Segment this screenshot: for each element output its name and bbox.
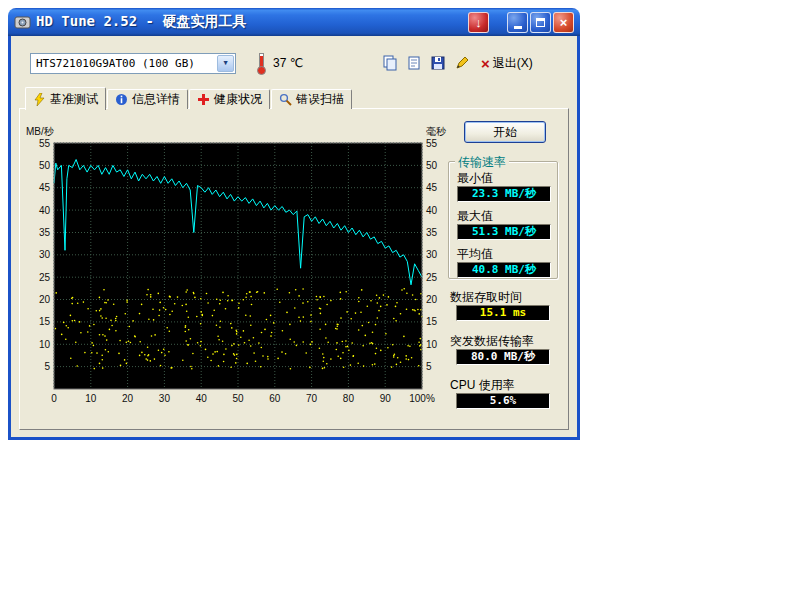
svg-text:70: 70	[306, 393, 318, 404]
access-time-value-box: 15.1 ms	[456, 305, 550, 321]
svg-text:25: 25	[426, 272, 438, 283]
svg-text:20: 20	[39, 294, 51, 305]
svg-text:15: 15	[39, 316, 51, 327]
svg-text:60: 60	[269, 393, 281, 404]
tab-error-scan[interactable]: 错误扫描	[271, 89, 352, 109]
svg-text:25: 25	[39, 272, 51, 283]
minimize-button[interactable]	[507, 12, 528, 33]
avg-label: 平均值	[457, 246, 493, 263]
svg-text:20: 20	[122, 393, 134, 404]
min-value-box: 23.3 MB/秒	[457, 186, 551, 202]
drive-select[interactable]: HTS721010G9AT00 (100 GB) ▼	[30, 53, 236, 74]
svg-text:40: 40	[196, 393, 208, 404]
svg-text:50: 50	[39, 160, 51, 171]
min-label: 最小值	[457, 170, 493, 187]
svg-text:10: 10	[426, 339, 438, 350]
tab-benchmark[interactable]: 基准测试	[25, 87, 106, 110]
maximize-button[interactable]	[530, 12, 551, 33]
close-button[interactable]: ×	[553, 12, 574, 33]
tab-error-scan-label: 错误扫描	[296, 91, 344, 108]
health-icon	[197, 93, 210, 106]
svg-text:40: 40	[426, 205, 438, 216]
tab-health-label: 健康状况	[214, 91, 262, 108]
max-value-box: 51.3 MB/秒	[457, 224, 551, 240]
tab-info-label: 信息详情	[132, 91, 180, 108]
benchmark-chart: 5555505045454040353530302525202015151010…	[24, 123, 448, 419]
svg-text:50: 50	[232, 393, 244, 404]
combo-arrow-icon[interactable]: ▼	[217, 55, 234, 72]
window-title: HD Tune 2.52 - 硬盘实用工具	[36, 13, 246, 31]
svg-text:35: 35	[39, 227, 51, 238]
svg-text:80: 80	[343, 393, 355, 404]
options-icon	[454, 55, 470, 71]
svg-text:45: 45	[426, 182, 438, 193]
svg-text:5: 5	[44, 361, 50, 372]
svg-text:100%: 100%	[409, 393, 435, 404]
benchmark-panel: 5555505045454040353530302525202015151010…	[19, 108, 569, 430]
svg-text:5: 5	[426, 361, 432, 372]
minimize-icon	[514, 26, 522, 29]
info-icon	[115, 93, 128, 106]
transfer-rate-group: 传输速率 最小值 23.3 MB/秒 最大值 51.3 MB/秒 平均值 40.…	[448, 161, 558, 279]
download-arrow-button[interactable]: ↓	[468, 12, 489, 33]
maximize-icon	[536, 18, 545, 27]
max-label: 最大值	[457, 208, 493, 225]
svg-text:50: 50	[426, 160, 438, 171]
copy-image-button[interactable]	[379, 52, 401, 74]
transfer-rate-legend: 传输速率	[455, 154, 509, 171]
svg-text:90: 90	[380, 393, 392, 404]
svg-text:毫秒: 毫秒	[426, 126, 447, 137]
tab-info[interactable]: 信息详情	[107, 89, 188, 109]
drive-select-value: HTS721010G9AT00 (100 GB)	[36, 57, 195, 70]
copy-text-icon	[406, 55, 422, 71]
svg-text:20: 20	[426, 294, 438, 305]
copy-image-icon	[382, 55, 398, 71]
svg-text:0: 0	[51, 393, 57, 404]
cpu-usage-value-box: 5.6%	[456, 393, 550, 409]
svg-text:MB/秒: MB/秒	[26, 126, 55, 137]
svg-text:15: 15	[426, 316, 438, 327]
svg-text:35: 35	[426, 227, 438, 238]
save-button[interactable]	[427, 52, 449, 74]
svg-text:55: 55	[426, 138, 438, 149]
svg-text:30: 30	[159, 393, 171, 404]
app-icon[interactable]	[14, 15, 31, 30]
exit-icon: ×	[481, 56, 490, 71]
results-panel: 开始 传输速率 最小值 23.3 MB/秒 最大值 51.3 MB/秒 平均值 …	[448, 117, 562, 423]
tab-benchmark-label: 基准测试	[50, 91, 98, 108]
svg-text:10: 10	[39, 339, 51, 350]
scan-icon	[279, 93, 292, 106]
copy-text-button[interactable]	[403, 52, 425, 74]
benchmark-icon	[33, 93, 46, 106]
app-window: HD Tune 2.52 - 硬盘实用工具 ↓ × HTS721010G9AT0…	[8, 8, 580, 440]
burst-rate-label: 突发数据传输率	[450, 333, 534, 350]
svg-text:55: 55	[39, 138, 51, 149]
access-time-label: 数据存取时间	[450, 289, 522, 306]
temperature-value: 37 ℃	[273, 56, 303, 70]
start-button[interactable]: 开始	[464, 121, 546, 143]
burst-rate-value-box: 80.0 MB/秒	[456, 349, 550, 365]
svg-text:10: 10	[85, 393, 97, 404]
titlebar[interactable]: HD Tune 2.52 - 硬盘实用工具 ↓ ×	[8, 8, 580, 36]
svg-text:30: 30	[426, 249, 438, 260]
avg-value-box: 40.8 MB/秒	[457, 262, 551, 278]
svg-text:45: 45	[39, 182, 51, 193]
tab-health[interactable]: 健康状况	[189, 89, 270, 109]
cpu-usage-label: CPU 使用率	[450, 377, 515, 394]
options-button[interactable]	[451, 52, 473, 74]
thermometer-icon	[256, 52, 267, 76]
exit-label: 退出(X)	[493, 55, 533, 72]
svg-text:40: 40	[39, 205, 51, 216]
window-body: HTS721010G9AT00 (100 GB) ▼ 37 ℃	[8, 36, 580, 440]
save-icon	[430, 55, 446, 71]
svg-text:30: 30	[39, 249, 51, 260]
exit-button[interactable]: × 退出(X)	[481, 52, 533, 74]
tab-strip: 基准测试 信息详情 健康状况	[25, 87, 353, 109]
